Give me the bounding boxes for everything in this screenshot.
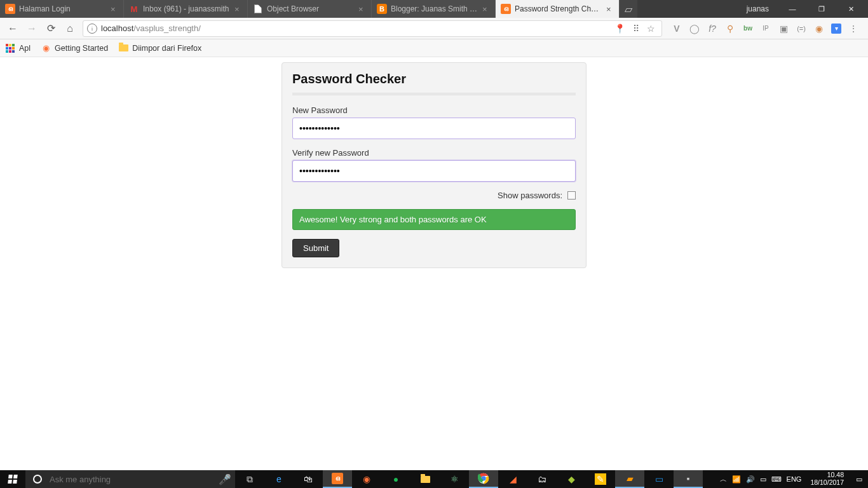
f-extension-icon[interactable]: f?: [707, 24, 718, 34]
window-close-icon[interactable]: ✕: [836, 0, 865, 18]
gmail-icon: M: [129, 4, 139, 14]
app-yellow-icon[interactable]: ✎: [595, 473, 606, 485]
tab-object-browser[interactable]: Object Browser ×: [248, 0, 372, 18]
cortana-input[interactable]: [50, 475, 215, 484]
start-button[interactable]: [0, 470, 25, 488]
new-tab-button[interactable]: ▱: [620, 0, 637, 18]
microphone-icon[interactable]: 🎤: [215, 473, 235, 485]
ip-extension-icon[interactable]: IP: [760, 25, 771, 32]
tab-blogger[interactable]: B Blogger: Juanas Smith Sh ×: [372, 0, 496, 18]
terminal-icon[interactable]: ▪: [674, 470, 703, 488]
translate-icon[interactable]: ⠿: [633, 24, 639, 34]
bookmarks-bar: Apl ◉ Getting Started Diimpor dari Firef…: [0, 39, 868, 57]
keyboard-icon[interactable]: ⌨: [771, 475, 782, 484]
close-icon[interactable]: ×: [358, 4, 366, 14]
apps-icon: [5, 43, 15, 53]
apps-bookmark[interactable]: Apl: [5, 43, 31, 53]
blogger-icon: B: [377, 4, 387, 14]
tab-title: Inbox (961) - juanassmith: [143, 4, 231, 13]
show-passwords-checkbox[interactable]: [567, 191, 576, 200]
notifications-icon[interactable]: ▭: [853, 475, 865, 484]
divider: [292, 93, 576, 95]
profile-name[interactable]: juanas: [738, 4, 778, 13]
explorer-icon[interactable]: [410, 470, 440, 488]
android-studio-icon[interactable]: ◆: [557, 470, 586, 488]
address-bar: ← → ⟳ ⌂ i localhost/vasplus_strength/ 📍 …: [0, 18, 868, 39]
show-passwords-row: Show passwords:: [292, 191, 576, 200]
battery-icon[interactable]: ▭: [760, 475, 766, 484]
submit-button[interactable]: Submit: [292, 239, 339, 257]
brackets-extension-icon[interactable]: (=): [796, 25, 807, 32]
task-view-icon[interactable]: ⧉: [235, 470, 264, 488]
info-icon[interactable]: i: [87, 24, 97, 34]
firefox-import-label: Diimpor dari Firefox: [132, 44, 201, 53]
getting-started-bookmark[interactable]: ◉ Getting Started: [41, 43, 108, 53]
app-folder2-icon[interactable]: 🗂: [527, 470, 557, 488]
firefox-icon: ◉: [41, 43, 51, 53]
password-checker-card: Password Checker New Password Verify new…: [281, 62, 587, 268]
close-icon[interactable]: ×: [606, 4, 614, 14]
back-button[interactable]: ←: [4, 20, 22, 37]
tab-title: Object Browser: [267, 4, 355, 13]
camera-extension-icon[interactable]: ▣: [778, 24, 789, 34]
firefox-taskbar-icon[interactable]: ◉: [352, 470, 381, 488]
cortana-icon: [33, 475, 42, 484]
bw-extension-icon[interactable]: bw: [742, 25, 754, 32]
reload-button[interactable]: ⟳: [42, 20, 60, 37]
tab-title: Halaman Login: [19, 4, 107, 13]
blue-extension-icon[interactable]: ▾: [831, 24, 841, 34]
circle-extension-icon[interactable]: ◯: [689, 24, 700, 34]
cortana-search[interactable]: 🎤: [25, 470, 235, 488]
store-icon[interactable]: 🛍: [294, 470, 323, 488]
maximize-icon[interactable]: ❐: [807, 0, 836, 18]
tab-title: Blogger: Juanas Smith Sh: [391, 4, 478, 13]
close-icon[interactable]: ×: [482, 4, 490, 14]
language-indicator[interactable]: ENG: [787, 475, 802, 483]
forward-button[interactable]: →: [23, 20, 41, 37]
page-content: Password Checker New Password Verify new…: [0, 57, 868, 470]
edge-icon[interactable]: e: [264, 470, 294, 488]
close-icon[interactable]: ×: [111, 4, 118, 14]
wifi-icon[interactable]: 📶: [732, 475, 741, 484]
extension-icons: V ◯ f? ⚲ bw IP ▣ (=) ◉ ▾ ⋮: [666, 24, 864, 34]
verify-password-input[interactable]: [292, 160, 576, 182]
sublime-icon[interactable]: ▰: [615, 470, 644, 488]
url-path: /vasplus_strength/: [133, 24, 201, 33]
tray-chevron-icon[interactable]: ︿: [720, 475, 727, 484]
tab-halaman-login[interactable]: ഒ Halaman Login ×: [0, 0, 124, 18]
app-blue-icon[interactable]: ▭: [644, 470, 674, 488]
menu-icon[interactable]: ⋮: [848, 24, 859, 34]
system-tray: ︿ 📶 🔊 ▭ ⌨ ENG 10.48 18/10/2017 ▭: [720, 470, 868, 488]
tab-password-strength[interactable]: ഒ Password Strength Check ×: [496, 0, 620, 18]
pin-icon[interactable]: 📍: [614, 24, 625, 34]
omnibox[interactable]: i localhost/vasplus_strength/ 📍 ⠿ ☆: [83, 20, 662, 37]
star-icon[interactable]: ☆: [647, 24, 655, 34]
show-passwords-label: Show passwords:: [498, 191, 562, 200]
page-icon: [253, 4, 263, 14]
window-titlebar: ഒ Halaman Login × M Inbox (961) - juanas…: [0, 0, 868, 18]
spotify-icon[interactable]: ●: [381, 470, 410, 488]
chrome-taskbar-icon[interactable]: [469, 470, 498, 488]
clock[interactable]: 10.48 18/10/2017: [806, 471, 848, 486]
folder-icon: [118, 43, 128, 53]
app-orange-icon[interactable]: ◢: [498, 470, 527, 488]
volume-icon[interactable]: 🔊: [746, 475, 755, 484]
url-host: localhost: [101, 24, 133, 33]
pin-extension-icon[interactable]: ⚲: [724, 24, 736, 34]
taskbar-apps: ⧉ e 🛍 ഒ ◉ ● ⚛ ◢ 🗂 ◆ ✎ ▰ ▭ ▪: [235, 470, 703, 488]
new-password-input[interactable]: [292, 118, 576, 139]
minimize-icon[interactable]: ―: [778, 0, 807, 18]
taskbar: 🎤 ⧉ e 🛍 ഒ ◉ ● ⚛ ◢ 🗂 ◆ ✎ ▰ ▭ ▪ ︿ 📶 🔊 ▭ ⌨ …: [0, 470, 868, 488]
v-extension-icon[interactable]: V: [671, 24, 682, 34]
xampp-icon: ഒ: [501, 4, 511, 14]
xampp-taskbar-icon[interactable]: ഒ: [323, 470, 352, 488]
home-button[interactable]: ⌂: [61, 20, 79, 37]
apps-label: Apl: [19, 44, 31, 53]
atom-icon[interactable]: ⚛: [440, 470, 469, 488]
cookie-extension-icon[interactable]: ◉: [813, 24, 825, 34]
tab-inbox[interactable]: M Inbox (961) - juanassmith ×: [124, 0, 248, 18]
tab-title: Password Strength Check: [515, 4, 602, 13]
close-icon[interactable]: ×: [234, 4, 242, 14]
card-heading: Password Checker: [292, 72, 576, 86]
firefox-import-bookmark[interactable]: Diimpor dari Firefox: [118, 43, 201, 53]
